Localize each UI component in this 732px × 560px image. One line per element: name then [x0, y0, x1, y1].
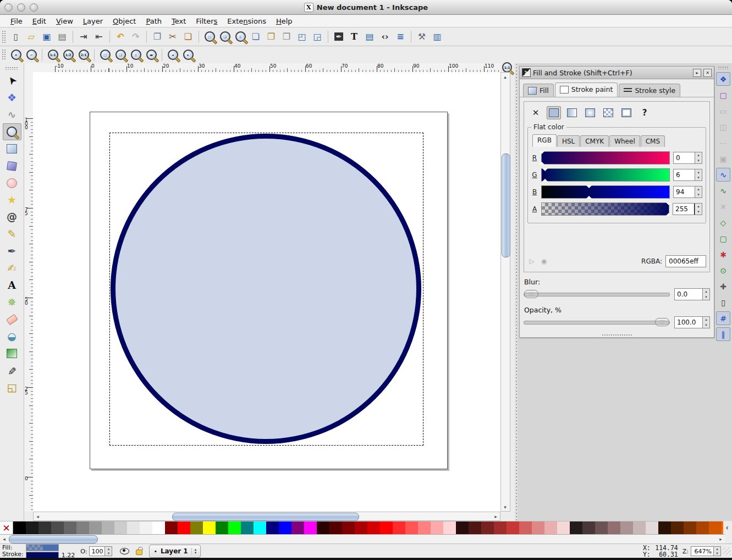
color-tab-hsl[interactable]: HSL [557, 135, 580, 147]
menu-edit[interactable]: Edit [27, 16, 51, 26]
palette-swatch[interactable] [481, 521, 494, 535]
dialog-float-button[interactable]: ▸ [693, 69, 701, 77]
xml-editor-button[interactable]: ‹› [378, 30, 392, 44]
menu-file[interactable]: File [5, 16, 27, 26]
zoom-page-button[interactable]: ▯ [233, 30, 247, 44]
toolbar-handle[interactable] [2, 49, 6, 61]
tool-rectangle[interactable] [3, 140, 21, 157]
slider-value-text[interactable]: 6 [674, 169, 695, 180]
opacity-slider-thumb[interactable] [655, 318, 669, 326]
menu-object[interactable]: Object [108, 16, 141, 26]
snap-bounding-box[interactable]: ▢ [716, 88, 730, 102]
unlink-clone-button[interactable]: ❒ [279, 30, 294, 44]
swatch-button[interactable] [619, 106, 634, 119]
spin-down-arrow[interactable]: ▾ [695, 175, 702, 180]
fill-stroke-dialog-button[interactable]: ✒ [332, 30, 346, 44]
zoom-in-button[interactable]: + [9, 48, 23, 62]
snap-grid[interactable]: # [716, 311, 730, 325]
spin-down-arrow[interactable]: ▾ [703, 294, 709, 300]
zoom-2-1-button[interactable]: 2:1 [76, 48, 91, 62]
palette-swatch[interactable] [178, 521, 190, 535]
clone-button[interactable]: ❐ [264, 30, 278, 44]
palette-swatch[interactable] [570, 521, 582, 535]
color-tab-rgb[interactable]: RGB [532, 134, 557, 147]
palette-swatch[interactable] [405, 521, 418, 535]
snapbar-handle[interactable] [718, 66, 729, 69]
object-opacity-value[interactable]: 100 [90, 547, 104, 556]
palette-swatch[interactable] [544, 521, 557, 535]
zoom-indicator[interactable]: 1:1 [502, 63, 512, 72]
tool-pen[interactable]: ✒ [3, 243, 21, 260]
menu-filters[interactable]: Filters [191, 16, 222, 26]
tool-zoom[interactable] [3, 123, 21, 140]
zoom-spinner[interactable]: 647% ▴▾ [691, 546, 721, 556]
palette-swatch[interactable] [443, 521, 456, 535]
palette-swatch[interactable] [64, 521, 76, 535]
fill-swatch[interactable] [26, 544, 59, 551]
color-tab-cmyk[interactable]: CMYK [580, 135, 609, 147]
spin-up-arrow[interactable]: ▴ [695, 204, 702, 209]
layer-lock-icon[interactable] [136, 547, 142, 556]
slider-value-text[interactable]: 0 [674, 152, 695, 163]
snap-bbox-corners[interactable]: ◫ [716, 120, 730, 134]
slider-r[interactable] [541, 151, 670, 164]
snap-page-border[interactable]: ▯ [716, 295, 730, 309]
export-button[interactable]: ⇤ [92, 30, 106, 44]
menu-extensions[interactable]: Extensions [222, 16, 271, 26]
snap-path-intersections[interactable]: ✕ [716, 200, 730, 213]
palette-scroll-right-arrow[interactable]: ▸ [717, 535, 725, 543]
palette-swatch[interactable] [684, 521, 696, 535]
color-tab-cms[interactable]: CMS [641, 135, 665, 147]
tool-eraser[interactable] [3, 311, 21, 328]
spin-up-arrow[interactable]: ▴ [695, 169, 702, 175]
dialog-titlebar[interactable]: ✎ Fill and Stroke (Shift+Ctrl+F) ▸ ✕ [520, 67, 714, 79]
palette-swatch[interactable] [254, 521, 266, 535]
snap-rotation-center[interactable]: ✚ [716, 279, 730, 293]
palette-swatch[interactable] [51, 521, 64, 535]
scroll-left-arrow[interactable]: ◂ [34, 512, 42, 520]
palette-swatch[interactable] [646, 521, 658, 535]
tool-spray[interactable]: ✵ [3, 294, 21, 311]
tab-stroke-paint[interactable]: Stroke paint [555, 83, 618, 97]
snap-guides[interactable]: ∥ [716, 327, 730, 341]
align-dialog-button[interactable]: ≡ [393, 30, 408, 44]
palette-swatch[interactable] [633, 521, 646, 535]
horizontal-scrollbar[interactable]: ◂ ▸ [33, 512, 500, 521]
palette-swatch[interactable] [671, 521, 684, 535]
zoom-next-button[interactable]: ▸ [181, 48, 195, 62]
import-button[interactable]: ⇥ [76, 30, 91, 44]
palette-swatch[interactable] [152, 521, 165, 535]
palette-swatch[interactable] [203, 521, 216, 535]
zoom-selection-button[interactable]: ▢ [202, 30, 217, 44]
palette-swatch[interactable] [38, 521, 51, 535]
layer-selector[interactable]: • Layer 1 ▴▾ [149, 545, 201, 558]
slider-thumb[interactable] [539, 151, 544, 164]
spin-up-arrow[interactable]: ▴ [703, 289, 709, 294]
palette-swatch[interactable] [304, 521, 317, 535]
snap-bbox-centers[interactable]: ▣ [716, 152, 730, 166]
palette-swatch[interactable] [658, 521, 671, 535]
linear-gradient-button[interactable] [565, 106, 579, 119]
palette-swatch[interactable] [279, 521, 291, 535]
print-button[interactable]: ▤ [55, 30, 69, 44]
slider-value-text[interactable]: 94 [674, 186, 695, 197]
vertical-scrollbar[interactable]: ▴ ▾ [500, 72, 510, 512]
cut-button[interactable]: ✂ [166, 30, 180, 44]
blur-value[interactable]: 0.0 [675, 289, 702, 300]
snap-object-centers[interactable]: ⊙ [716, 263, 730, 277]
slider-a[interactable] [541, 202, 669, 216]
unknown-paint-button[interactable]: ? [637, 106, 652, 119]
spin-down-arrow[interactable]: ▾ [105, 551, 112, 556]
scroll-right-arrow[interactable]: ▸ [492, 512, 500, 520]
palette-swatch[interactable] [582, 521, 595, 535]
palette-swatch[interactable] [89, 521, 102, 535]
zoom-1-2-button[interactable]: 1:2 [61, 48, 75, 62]
palette-swatch[interactable] [418, 521, 431, 535]
snap-nodes[interactable]: ∿ [716, 168, 730, 182]
snap-to-paths[interactable]: ∿ [716, 184, 730, 197]
opacity-spinner[interactable]: 100.0 ▴▾ [674, 316, 710, 328]
toolbar-handle[interactable] [2, 30, 6, 43]
menu-help[interactable]: Help [271, 16, 298, 26]
palette-swatch[interactable] [291, 521, 304, 535]
spin-up-arrow[interactable]: ▴ [703, 317, 709, 322]
